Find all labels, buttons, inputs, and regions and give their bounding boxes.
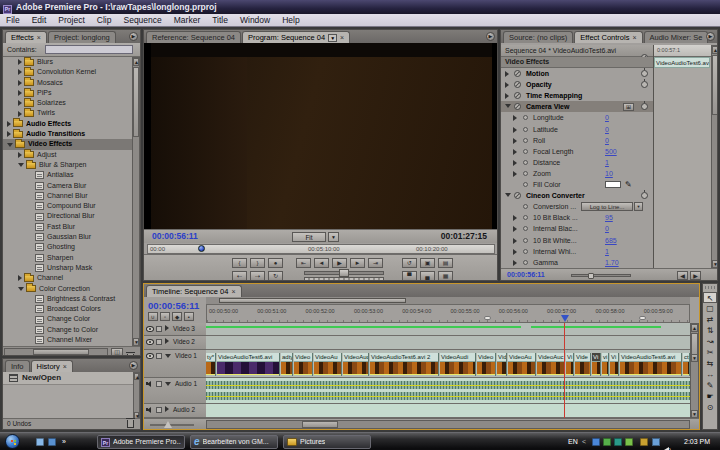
keyframe-toggle-icon[interactable]: [523, 226, 528, 231]
rolling-edit-tool[interactable]: ⇅: [703, 325, 717, 336]
play-in-to-out-button[interactable]: ↻: [268, 271, 283, 281]
twisty-icon[interactable]: [513, 238, 517, 244]
ec-param-value[interactable]: 1: [605, 246, 609, 257]
clip-video[interactable]: Video: [477, 353, 496, 376]
clip-videoaudiotest6-avi-2[interactable]: VideoAudioTest6.avi 2: [370, 353, 439, 376]
effects-tree-item-pips[interactable]: PiPs: [3, 88, 132, 98]
tray-icon[interactable]: [625, 438, 633, 446]
track-content-video-1[interactable]: ty*VideoAudioTest6.aviadty*VideoVideoAuV…: [206, 350, 690, 378]
tray-icon[interactable]: [640, 438, 648, 446]
ec-row-10-bit-black[interactable]: 10 Bit Black ...95: [501, 212, 653, 223]
timeline-ruler[interactable]: 00:00:50:0000:00:51:0000:00:52:0000:00:5…: [206, 304, 690, 323]
track-header-video-3[interactable]: Video 3: [144, 323, 206, 336]
stopwatch-icon[interactable]: [641, 81, 648, 88]
clip-videoaudiotest6-avi[interactable]: VideoAudioTest6.avi: [217, 353, 280, 376]
play-edit-next-button[interactable]: ⇢: [250, 271, 265, 281]
monitor-playhead[interactable]: [198, 245, 205, 252]
menu-project[interactable]: Project: [52, 14, 90, 26]
effects-tree-item-directional-blur[interactable]: Directional Blur: [3, 211, 132, 221]
twisty-icon[interactable]: [18, 90, 22, 96]
contains-search-input[interactable]: [45, 45, 133, 54]
track-content-audio-2[interactable]: [206, 404, 690, 418]
ec-tab-audio-mixer-se[interactable]: Audio Mixer: Se: [644, 31, 709, 43]
ec-row-camera-view[interactable]: Camera View⊞: [501, 101, 653, 112]
effects-tree-item-sharpen[interactable]: Sharpen: [3, 253, 132, 263]
clip-videoauc[interactable]: VideoAuc: [537, 353, 565, 376]
ec-param-value[interactable]: 0: [605, 135, 609, 146]
ec-row-fill-color[interactable]: Fill Color✎: [501, 179, 653, 190]
ec-row-time-remapping[interactable]: Time Remapping: [501, 90, 653, 101]
zoom-tool[interactable]: ⊙: [703, 402, 717, 413]
ec-row-latitude[interactable]: Latitude0: [501, 124, 653, 135]
clock[interactable]: 2:03 PM: [684, 433, 710, 450]
effect-enable-icon[interactable]: [514, 81, 521, 88]
twisty-icon[interactable]: [513, 226, 517, 232]
clip-videoaudiotest6-avi[interactable]: VideoAudioTest6.avi: [620, 353, 682, 376]
shuttle-thumb[interactable]: [339, 269, 349, 277]
ec-row-internal-blac[interactable]: Internal Blac...0: [501, 223, 653, 234]
twisty-icon[interactable]: [7, 143, 13, 147]
track-lock-icon[interactable]: [156, 381, 162, 387]
go-to-in-point-button[interactable]: ⇤: [296, 258, 311, 268]
twisty-icon[interactable]: [18, 275, 22, 281]
tray-language[interactable]: EN: [568, 433, 578, 450]
track-name[interactable]: Audio 1: [175, 380, 197, 387]
volume-icon[interactable]: ): [664, 439, 671, 450]
twisty-icon[interactable]: [18, 287, 24, 291]
twisty-icon[interactable]: [513, 249, 517, 255]
ec-param-value[interactable]: 0: [605, 124, 609, 135]
conversion-dropdown-arrow-icon[interactable]: ▼: [634, 202, 643, 211]
clip-videoaudi[interactable]: VideoAudi: [440, 353, 476, 376]
slip-tool[interactable]: ⇆: [703, 358, 717, 369]
twisty-icon[interactable]: [18, 100, 22, 106]
scroll-up-icon[interactable]: ▲: [133, 58, 139, 66]
twisty-icon[interactable]: [18, 80, 22, 86]
ec-current-time[interactable]: 00:00:56:11: [507, 271, 545, 278]
twisty-icon[interactable]: [513, 160, 517, 166]
panel-menu-icon[interactable]: ▶: [129, 361, 138, 370]
stopwatch-icon[interactable]: [641, 192, 648, 199]
safe-margins-button[interactable]: ▣: [420, 258, 435, 268]
effects-tree-item-channel-mixer[interactable]: Channel Mixer: [3, 335, 132, 345]
effects-tree-item-compound-blur[interactable]: Compound Blur: [3, 201, 132, 211]
effects-tree-item-broadcast-colors[interactable]: Broadcast Colors: [3, 304, 132, 314]
zoom-dropdown-arrow-icon[interactable]: ▼: [328, 232, 339, 242]
scroll-down-icon[interactable]: ▼: [133, 338, 139, 346]
ec-param-value[interactable]: 685: [605, 235, 617, 246]
timeline-tab[interactable]: Timeline: Sequence 04×: [146, 285, 242, 297]
current-timecode[interactable]: 00:00:56:11: [152, 231, 198, 241]
toggle-track-output-icon[interactable]: [146, 326, 154, 332]
twisty-icon[interactable]: [513, 115, 517, 121]
tab-close-icon[interactable]: ×: [632, 34, 636, 41]
track-header-video-2[interactable]: Video 2: [144, 336, 206, 350]
rate-stretch-tool[interactable]: ↝: [703, 336, 717, 347]
ec-param-value[interactable]: 0: [605, 112, 609, 123]
ec-prev-keyframe-icon[interactable]: ◀: [677, 271, 688, 280]
twisty-icon[interactable]: [513, 171, 517, 177]
track-header-audio-2[interactable]: Audio 2: [144, 404, 206, 418]
track-lock-icon[interactable]: [156, 339, 162, 345]
stopwatch-icon[interactable]: [641, 70, 648, 77]
twisty-icon[interactable]: [505, 93, 509, 99]
extract-button[interactable]: ▄: [420, 271, 435, 281]
ec-zoom-slider[interactable]: [571, 274, 631, 277]
hand-tool[interactable]: ☛: [703, 391, 717, 402]
clip-cty[interactable]: cty*: [683, 353, 690, 376]
keyframe-toggle-icon[interactable]: [523, 182, 528, 187]
clip-ty[interactable]: ty*: [206, 353, 216, 376]
tab-close-icon[interactable]: ×: [63, 363, 67, 370]
clip-videoau[interactable]: VideoAu: [314, 353, 342, 376]
effects-tree-item-adjust[interactable]: Adjust: [3, 150, 132, 160]
menu-title[interactable]: Title: [206, 14, 234, 26]
keyframe-toggle-icon[interactable]: [523, 249, 528, 254]
zoom-level-dropdown[interactable]: Fit: [292, 232, 326, 242]
effect-setup-icon[interactable]: ⊞: [623, 103, 634, 111]
monitor-tab-program-sequence-04[interactable]: Program: Sequence 04▼×: [242, 31, 350, 43]
ripple-edit-tool[interactable]: ⇄: [703, 314, 717, 325]
ec-param-value[interactable]: 95: [605, 212, 613, 223]
pen-tool[interactable]: ✎: [703, 380, 717, 391]
program-video-area[interactable]: [144, 43, 497, 229]
effects-tree-item-twirls[interactable]: Twirls: [3, 108, 132, 118]
effects-tree-item-blur-sharpen[interactable]: Blur & Sharpen: [3, 160, 132, 170]
effects-tree-item-fast-blur[interactable]: Fast Blur: [3, 222, 132, 232]
